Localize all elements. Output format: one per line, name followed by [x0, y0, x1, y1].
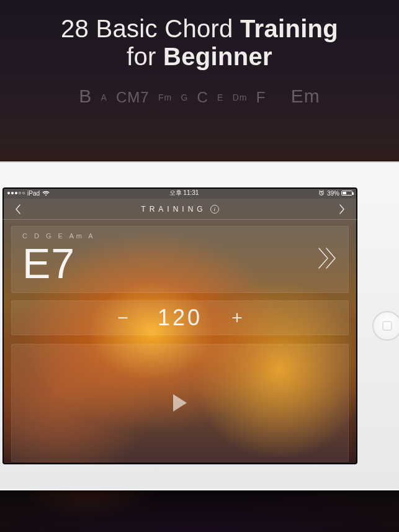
wifi-icon: [42, 191, 50, 196]
battery-indicator: 39%: [327, 190, 352, 197]
chord-cloud-item: Fm: [156, 92, 174, 102]
promo-headline-mid: for: [127, 43, 163, 70]
status-carrier: iPad: [27, 190, 40, 197]
nav-title-text: TRAINING: [141, 205, 206, 214]
play-panel: [11, 344, 349, 462]
chord-cloud-item: C: [195, 89, 210, 106]
chord-cloud-item: Dm: [231, 92, 249, 102]
app-navbar: TRAINING i: [2, 199, 357, 220]
tempo-decrease-button[interactable]: −: [112, 307, 134, 328]
chord-panel[interactable]: C D G E Am A E7: [11, 226, 349, 293]
tempo-panel: − 120 +: [11, 300, 349, 335]
chord-previous-sequence: C D G E Am A: [22, 232, 338, 240]
promo-headline-strong2: Beginner: [163, 43, 272, 70]
battery-percent: 39%: [327, 190, 339, 197]
chord-cloud-item: A: [99, 92, 109, 102]
chord-cloud-item: G: [179, 92, 190, 102]
current-chord: E7: [22, 242, 338, 284]
device-screen: iPad 오후 11:31 39% TRAI: [2, 187, 357, 464]
chord-cloud-item: F: [254, 89, 268, 106]
promo-headline-pre: 28 Basic Chord: [61, 15, 240, 42]
chord-cloud-item: E: [215, 92, 225, 102]
play-icon: [171, 393, 189, 413]
promo-block: 28 Basic Chord Training for Beginner B A…: [0, 15, 399, 107]
next-chord-button[interactable]: [316, 246, 338, 273]
chord-cloud: B A CM7 Fm G C E Dm F Em: [0, 86, 399, 107]
nav-title: TRAINING i: [141, 205, 218, 214]
signal-icon: [7, 192, 25, 194]
home-button[interactable]: [372, 311, 399, 341]
chevron-right-icon: [339, 204, 345, 214]
double-chevron-right-icon: [316, 246, 338, 271]
tempo-value: 120: [158, 305, 202, 331]
info-icon[interactable]: i: [210, 205, 219, 214]
chord-cloud-item: CM7: [114, 89, 151, 106]
chord-cloud-item: Em: [289, 86, 322, 106]
nav-back-button[interactable]: [9, 199, 27, 219]
status-time: 오후 11:31: [169, 189, 199, 197]
status-bar: iPad 오후 11:31 39%: [2, 187, 357, 199]
chord-cloud-item: B: [77, 86, 94, 106]
alarm-icon: [318, 190, 325, 196]
play-button[interactable]: [171, 393, 189, 413]
promo-headline: 28 Basic Chord Training for Beginner: [0, 15, 399, 71]
promo-headline-strong1: Training: [240, 15, 338, 42]
app-content: C D G E Am A E7 − 120 +: [2, 220, 357, 464]
tempo-increase-button[interactable]: +: [226, 307, 248, 328]
nav-next-button[interactable]: [333, 199, 351, 219]
battery-icon: [341, 191, 352, 196]
ipad-frame: iPad 오후 11:31 39% TRAI: [0, 161, 399, 490]
chevron-left-icon: [15, 204, 21, 214]
